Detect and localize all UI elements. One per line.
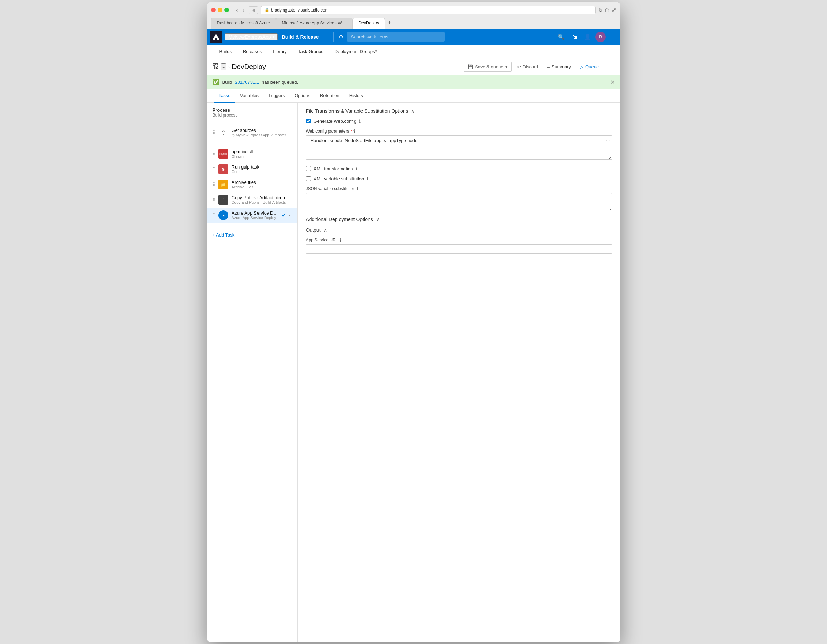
- tab-retention[interactable]: Retention: [315, 89, 345, 103]
- minimize-traffic-light[interactable]: [218, 8, 222, 12]
- nav-task-groups[interactable]: Task Groups: [292, 45, 329, 59]
- webconfig-params-info-icon[interactable]: ℹ: [353, 129, 355, 134]
- xml-variable-sub-checkbox[interactable]: [306, 176, 311, 181]
- share-button[interactable]: ⎙: [605, 7, 609, 13]
- task-archive-files[interactable]: ⠿ 📁 Archive files Archive Files: [207, 177, 297, 192]
- file-transforms-title: File Transforms & Variable Substitution …: [306, 108, 408, 114]
- drag-handle-icon-gulp: ⠿: [212, 167, 215, 172]
- tab-history[interactable]: History: [345, 89, 368, 103]
- tab-tasks[interactable]: Tasks: [214, 89, 235, 103]
- header-more-button[interactable]: ···: [604, 62, 615, 72]
- save-queue-button[interactable]: 💾 Save & queue ▾: [464, 62, 512, 72]
- task-sub-archive: Archive Files: [232, 185, 292, 189]
- section-line-3: [330, 229, 612, 230]
- discard-button[interactable]: ↩ Discard: [513, 62, 541, 71]
- webconfig-params-label: Web.config parameters: [306, 129, 349, 134]
- nav-section-label[interactable]: Build & Release: [278, 34, 323, 40]
- webconfig-params-row: Web.config parameters * ℹ -Handler iisno…: [306, 129, 612, 161]
- avatar-placeholder: B: [599, 34, 602, 39]
- discard-icon: ↩: [517, 64, 521, 69]
- build-link[interactable]: 20170731.1: [235, 80, 259, 85]
- save-queue-label: Save & queue: [475, 64, 504, 69]
- back-button[interactable]: ‹: [234, 7, 240, 14]
- browser-tab-2[interactable]: DevDeploy: [353, 18, 385, 29]
- browser-tab-0[interactable]: Dashboard - Microsoft Azure: [211, 18, 276, 29]
- task-info-get-sources: Get sources ◇ MyNewExpressApp ⑂ master: [232, 128, 292, 137]
- success-icon: ✅: [212, 79, 220, 86]
- json-variable-sub-label-container: JSON variable substitution ℹ: [306, 186, 612, 192]
- forward-button[interactable]: ›: [241, 7, 246, 14]
- close-traffic-light[interactable]: [211, 8, 215, 12]
- new-tab-button[interactable]: +: [385, 18, 394, 29]
- publish-icon: ↑: [218, 195, 228, 205]
- queue-label: Queue: [585, 64, 599, 69]
- task-azure-deploy[interactable]: ⠿ ☁ Azure App Service Deploy: MyNe... Az…: [207, 207, 297, 223]
- json-variable-sub-info-icon[interactable]: ℹ: [357, 186, 358, 192]
- task-info-azure: Azure App Service Deploy: MyNe... Azure …: [232, 211, 280, 220]
- breadcrumb-dots-button[interactable]: ···: [221, 64, 226, 70]
- bag-icon-button[interactable]: 🛍: [569, 32, 580, 42]
- task-get-sources[interactable]: ⠿ ⬡ Get sources ◇ MyNewExpressApp ⑂ mast…: [207, 125, 297, 140]
- browser-tab-1[interactable]: Microsoft Azure App Service - Welcome: [276, 18, 353, 29]
- output-section-toggle-button[interactable]: ∧: [323, 227, 327, 233]
- additional-section-toggle-button[interactable]: ∨: [376, 217, 379, 222]
- breadcrumb-chevron-icon: ›: [228, 64, 229, 69]
- address-bar[interactable]: 🔒 bradymgaster.visualstudio.com: [261, 6, 596, 14]
- secondary-nav: Builds Releases Library Task Groups Depl…: [207, 45, 620, 59]
- task-name-gulp: Run gulp task: [232, 164, 292, 170]
- drag-handle-icon: ⠿: [212, 130, 215, 135]
- nav-settings-button[interactable]: ⚙: [335, 33, 347, 40]
- search-icon-button[interactable]: 🔍: [555, 31, 567, 42]
- app-name-button[interactable]: MyNewExpressApp ▾: [225, 33, 278, 41]
- xml-transformation-info-icon[interactable]: ℹ: [356, 166, 357, 171]
- nav-deployment-groups[interactable]: Deployment Groups*: [329, 45, 382, 59]
- maximize-traffic-light[interactable]: [225, 8, 229, 12]
- task-npm-install[interactable]: ⠿ npm npm install ⊡ npm: [207, 146, 297, 162]
- process-title: Process: [212, 108, 292, 113]
- banner-close-button[interactable]: ✕: [610, 79, 615, 86]
- browser-window: ‹ › ⊞ 🔒 bradymgaster.visualstudio.com ↻ …: [207, 2, 620, 642]
- webconfig-params-textarea[interactable]: -Handler iisnode -NodeStartFile app.js -…: [306, 136, 612, 160]
- file-transforms-section-header: File Transforms & Variable Substitution …: [306, 108, 612, 114]
- task-sub-gulp: Gulp: [232, 170, 292, 174]
- nav-builds[interactable]: Builds: [214, 45, 237, 59]
- file-transforms-toggle-button[interactable]: ∧: [411, 108, 415, 114]
- task-copy-publish[interactable]: ⠿ ↑ Copy Publish Artifact: drop Copy and…: [207, 192, 297, 207]
- discard-label: Discard: [523, 64, 538, 69]
- queue-icon: ▷: [580, 64, 584, 69]
- tab-variables[interactable]: Variables: [235, 89, 264, 103]
- task-name-archive: Archive files: [232, 180, 292, 185]
- task-info-gulp: Run gulp task Gulp: [232, 164, 292, 174]
- person-icon-button[interactable]: 👤: [581, 31, 594, 42]
- refresh-button[interactable]: ↻: [598, 7, 602, 13]
- generate-webconfig-info-icon[interactable]: ℹ: [359, 119, 361, 124]
- search-input[interactable]: [347, 32, 445, 42]
- process-subtitle: Build process: [212, 113, 292, 118]
- nav-dots-button[interactable]: ···: [323, 34, 331, 40]
- nav-releases[interactable]: Releases: [237, 45, 267, 59]
- add-task-button[interactable]: + Add Task: [207, 229, 297, 241]
- tab-triggers[interactable]: Triggers: [264, 89, 290, 103]
- tab-options[interactable]: Options: [290, 89, 315, 103]
- user-avatar[interactable]: B: [595, 32, 606, 42]
- process-header: Process Build process: [207, 103, 297, 119]
- app-service-url-input[interactable]: [306, 244, 612, 254]
- json-variable-sub-textarea[interactable]: [306, 193, 612, 211]
- fullscreen-button[interactable]: ⤢: [612, 7, 616, 13]
- task-kebab-button[interactable]: ⋮: [287, 212, 292, 218]
- azure-icon: ☁: [218, 211, 228, 220]
- nav-library[interactable]: Library: [267, 45, 292, 59]
- json-variable-sub-row: JSON variable substitution ℹ: [306, 186, 612, 212]
- xml-variable-sub-label: XML variable substitution: [314, 176, 364, 181]
- textarea-more-button[interactable]: ···: [606, 137, 610, 143]
- summary-button[interactable]: ≡ Summary: [544, 62, 574, 71]
- queue-button[interactable]: ▷ Queue: [576, 62, 602, 71]
- top-nav-more-button[interactable]: ···: [607, 32, 617, 42]
- tab-view-button[interactable]: ⊞: [249, 6, 258, 14]
- xml-variable-sub-info-icon[interactable]: ℹ: [367, 176, 368, 181]
- xml-transformation-checkbox[interactable]: [306, 166, 311, 171]
- app-service-url-info-icon[interactable]: ℹ: [340, 238, 341, 243]
- generate-webconfig-checkbox[interactable]: [306, 119, 311, 123]
- task-run-gulp[interactable]: ⠿ G Run gulp task Gulp: [207, 162, 297, 177]
- task-name-get-sources: Get sources: [232, 128, 292, 133]
